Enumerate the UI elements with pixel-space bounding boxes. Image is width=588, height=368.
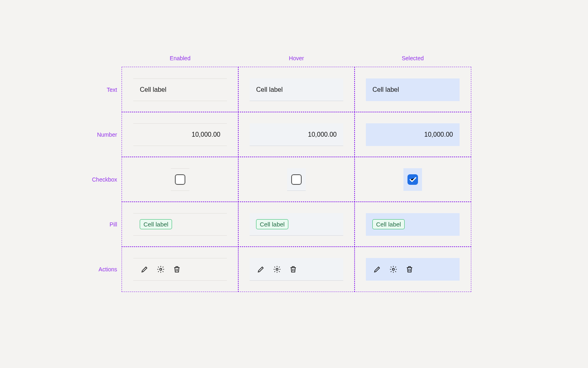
number-cell[interactable]: 10,000.00 bbox=[250, 123, 343, 146]
status-pill: Cell label bbox=[140, 219, 172, 229]
status-pill: Cell label bbox=[372, 219, 405, 229]
actions-cell bbox=[133, 258, 227, 281]
row-labels: Text Number Checkbox Pill Actions bbox=[89, 67, 122, 292]
slot-pill-enabled: Cell label bbox=[122, 201, 239, 247]
gear-icon[interactable] bbox=[273, 265, 281, 273]
cell-value: 10,000.00 bbox=[308, 131, 337, 138]
pill-cell[interactable]: Cell label bbox=[250, 213, 343, 236]
gear-icon[interactable] bbox=[157, 265, 165, 273]
svg-point-1 bbox=[276, 268, 278, 270]
edit-icon[interactable] bbox=[141, 265, 149, 273]
trash-icon[interactable] bbox=[289, 265, 297, 273]
edit-icon[interactable] bbox=[373, 265, 381, 273]
row-label-pill: Pill bbox=[89, 202, 122, 247]
gear-icon[interactable] bbox=[389, 265, 397, 273]
actions-cell bbox=[366, 258, 460, 281]
cell-value: 10,000.00 bbox=[424, 131, 453, 138]
slot-number-hover: 10,000.00 bbox=[238, 112, 355, 157]
row-label-actions: Actions bbox=[89, 247, 122, 292]
cell-label: Cell label bbox=[372, 86, 399, 93]
slot-number-selected: 10,000.00 bbox=[354, 112, 471, 157]
slot-actions-selected bbox=[354, 246, 471, 292]
col-header-enabled: Enabled bbox=[122, 55, 238, 67]
checkbox[interactable] bbox=[291, 174, 302, 185]
slot-checkbox-enabled bbox=[122, 157, 239, 202]
slot-pill-hover: Cell label bbox=[238, 201, 355, 247]
cell-label: Cell label bbox=[140, 86, 166, 93]
checkbox-cell bbox=[403, 168, 422, 191]
col-header-hover: Hover bbox=[238, 55, 355, 67]
edit-icon[interactable] bbox=[257, 265, 265, 273]
pill-cell[interactable]: Cell label bbox=[133, 213, 227, 236]
cell-label: Cell label bbox=[256, 86, 283, 93]
slot-text-hover: Cell label bbox=[238, 67, 355, 112]
slot-text-enabled: Cell label bbox=[122, 67, 239, 112]
checkbox-checked[interactable] bbox=[407, 174, 418, 185]
slot-pill-selected: Cell label bbox=[354, 201, 471, 247]
svg-point-2 bbox=[393, 268, 395, 270]
slot-checkbox-selected bbox=[354, 157, 471, 202]
column-headers: Enabled Hover Selected bbox=[122, 55, 471, 67]
status-pill: Cell label bbox=[256, 219, 288, 229]
spec-matrix: Cell label Cell label Cell label 10,000.… bbox=[122, 67, 471, 292]
row-label-checkbox: Checkbox bbox=[89, 157, 122, 202]
text-cell[interactable]: Cell label bbox=[366, 78, 460, 101]
trash-icon[interactable] bbox=[405, 265, 414, 273]
number-cell[interactable]: 10,000.00 bbox=[366, 123, 460, 146]
slot-checkbox-hover bbox=[238, 157, 355, 202]
row-label-number: Number bbox=[89, 112, 122, 157]
checkbox-cell bbox=[287, 168, 306, 191]
text-cell[interactable]: Cell label bbox=[133, 78, 227, 101]
check-icon bbox=[408, 175, 417, 184]
pill-cell[interactable]: Cell label bbox=[366, 213, 460, 236]
checkbox-cell bbox=[171, 168, 189, 191]
svg-point-0 bbox=[160, 268, 162, 270]
col-header-selected: Selected bbox=[355, 55, 471, 67]
slot-number-enabled: 10,000.00 bbox=[122, 112, 239, 157]
trash-icon[interactable] bbox=[173, 265, 181, 273]
number-cell[interactable]: 10,000.00 bbox=[133, 123, 227, 146]
actions-cell bbox=[250, 258, 343, 281]
cell-value: 10,000.00 bbox=[192, 131, 220, 138]
checkbox[interactable] bbox=[175, 174, 185, 185]
slot-actions-hover bbox=[238, 246, 355, 292]
cell-states-spec: Enabled Hover Selected Text Number Check… bbox=[89, 55, 471, 292]
text-cell[interactable]: Cell label bbox=[250, 78, 343, 101]
slot-text-selected: Cell label bbox=[354, 67, 471, 112]
slot-actions-enabled bbox=[122, 246, 239, 292]
row-label-text: Text bbox=[89, 67, 122, 112]
